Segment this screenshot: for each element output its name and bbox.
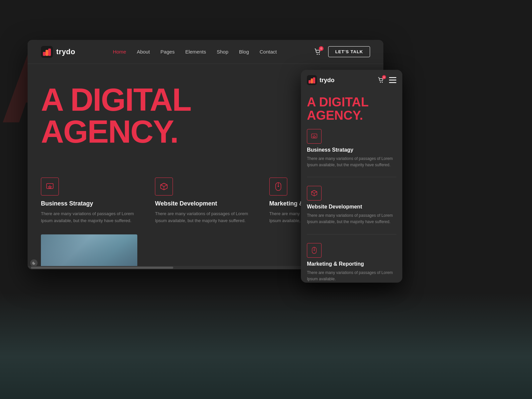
mobile-service-title-marketing: Marketing & Reporting [307, 261, 396, 267]
mobile-hero-line2: AGENCY. [307, 109, 396, 122]
desktop-navbar: trydo Home About Pages Elements Shop Blo… [28, 40, 383, 64]
service-desc-web: There are many variations of passages of… [155, 210, 256, 224]
svg-rect-12 [311, 78, 313, 83]
nav-right: 0 LET'S TALK [314, 46, 370, 57]
scrollbar-thumb [31, 267, 173, 269]
service-card-business: Business Stratagy There are many variati… [41, 178, 142, 224]
svg-rect-3 [48, 49, 51, 56]
service-card-web: Website Development There are many varia… [155, 178, 256, 224]
nav-links: Home About Pages Elements Shop Blog Cont… [113, 49, 277, 55]
mobile-service-title-business: Business Stratagy [307, 147, 396, 153]
svg-rect-13 [313, 77, 315, 83]
svg-point-4 [317, 54, 318, 55]
svg-point-15 [382, 82, 383, 83]
nav-pages[interactable]: Pages [161, 49, 175, 55]
mobile-service-marketing: Marketing & Reporting There are many var… [307, 243, 396, 283]
mobile-service-desc-web: There are many variations of passages of… [307, 212, 396, 225]
mouse-icon [275, 182, 282, 191]
mobile-menu-button[interactable] [389, 77, 396, 83]
mobile-star-icon [311, 133, 318, 140]
mobile-box-icon [311, 190, 318, 197]
mobile-service-icon-star [307, 129, 322, 144]
mobile-service-icon-box [307, 186, 322, 200]
nav-shop[interactable]: Shop [217, 49, 228, 55]
mobile-cart-button[interactable]: 0 [378, 77, 384, 83]
mobile-hero-line1: A DIGITAL [307, 96, 396, 109]
svg-point-22 [314, 249, 315, 250]
service-icon-box [155, 178, 173, 196]
mobile-nav-icons: 0 [378, 77, 396, 83]
svg-rect-18 [389, 82, 396, 83]
svg-rect-11 [309, 80, 311, 83]
service-title-business: Business Stratagy [41, 200, 142, 207]
nav-about[interactable]: About [137, 49, 150, 55]
mobile-cart-badge: 0 [382, 75, 386, 79]
svg-rect-17 [389, 80, 396, 81]
mobile-panel: trydo 0 A DIGITAL AGENCY. [301, 70, 402, 283]
moon-icon [32, 261, 36, 265]
svg-rect-2 [46, 50, 48, 56]
svg-point-14 [380, 82, 381, 83]
service-title-web: Website Development [155, 200, 256, 207]
mobile-service-desc-business: There are many variations of passages of… [307, 156, 396, 168]
nav-home[interactable]: Home [113, 49, 126, 55]
service-icon-star [41, 178, 59, 196]
svg-point-5 [319, 54, 320, 55]
svg-rect-16 [389, 77, 396, 78]
nav-blog[interactable]: Blog [239, 49, 249, 55]
star-icon [46, 183, 54, 191]
mobile-service-business: Business Stratagy There are many variati… [307, 129, 396, 177]
mobile-hero-title: A DIGITAL AGENCY. [301, 90, 402, 129]
logo-icon [41, 46, 53, 58]
service-icon-mouse [269, 178, 287, 196]
mobile-service-web: Website Development There are many varia… [307, 186, 396, 234]
theme-toggle[interactable] [30, 259, 38, 267]
nav-contact[interactable]: Contact [260, 49, 277, 55]
cart-badge: 0 [319, 46, 324, 51]
lets-talk-button[interactable]: LET'S TALK [328, 46, 370, 57]
mobile-logo-label: trydo [320, 77, 334, 84]
service-desc-business: There are many variations of passages of… [41, 210, 142, 224]
mobile-navbar: trydo 0 [301, 70, 402, 90]
nav-elements[interactable]: Elements [185, 49, 206, 55]
mobile-service-icon-mouse [307, 243, 322, 258]
svg-rect-1 [43, 52, 46, 56]
hamburger-icon [389, 77, 396, 83]
desktop-logo[interactable]: trydo [41, 46, 75, 58]
svg-point-9 [278, 186, 279, 187]
mobile-services-list: Business Stratagy There are many variati… [301, 129, 402, 283]
mobile-logo-icon [307, 75, 317, 85]
hero-image [41, 234, 137, 268]
cart-button[interactable]: 0 [314, 48, 322, 56]
mobile-service-title-web: Website Development [307, 204, 396, 210]
mobile-logo[interactable]: trydo [307, 75, 334, 85]
mobile-mouse-icon [312, 246, 317, 254]
mobile-service-desc-marketing: There are many variations of passages of… [307, 270, 396, 282]
box-icon [160, 183, 168, 191]
background-bottom [0, 293, 532, 399]
logo-label: trydo [56, 48, 75, 56]
